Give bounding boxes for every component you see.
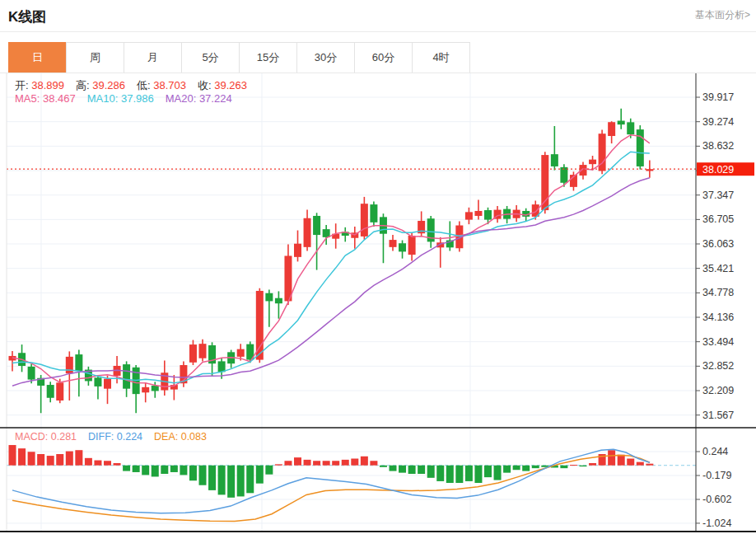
candle-body[interactable] <box>56 382 63 400</box>
macd-bar[interactable] <box>304 460 311 466</box>
macd-bar[interactable] <box>427 466 435 478</box>
macd-bar[interactable] <box>351 459 358 466</box>
candle-body[interactable] <box>28 367 35 380</box>
macd-bar[interactable] <box>66 452 73 466</box>
macd-bar[interactable] <box>142 466 149 475</box>
macd-bar[interactable] <box>361 457 368 466</box>
macd-bar[interactable] <box>455 466 463 483</box>
candle-body[interactable] <box>265 293 273 302</box>
candle-body[interactable] <box>313 216 320 235</box>
candle-body[interactable] <box>66 357 73 373</box>
macd-bar[interactable] <box>608 450 615 466</box>
macd-bar[interactable] <box>570 465 577 466</box>
macd-bar[interactable] <box>256 466 264 484</box>
macd-bar[interactable] <box>114 463 121 466</box>
macd-bar[interactable] <box>370 461 377 465</box>
candle-body[interactable] <box>323 229 330 237</box>
macd-bar[interactable] <box>474 466 482 483</box>
candle-body[interactable] <box>142 387 149 392</box>
macd-bar[interactable] <box>484 466 492 477</box>
candle-body[interactable] <box>75 354 82 371</box>
candle-body[interactable] <box>237 349 245 357</box>
candle-body[interactable] <box>218 361 226 372</box>
macd-bar[interactable] <box>580 466 587 466</box>
macd-bar[interactable] <box>9 445 16 466</box>
macd-bar[interactable] <box>208 466 216 490</box>
macd-bar[interactable] <box>513 466 520 470</box>
macd-bar[interactable] <box>47 456 54 466</box>
macd-bar[interactable] <box>170 466 178 472</box>
macd-bar[interactable] <box>123 466 130 471</box>
macd-bar[interactable] <box>28 452 35 465</box>
macd-bar[interactable] <box>265 466 273 475</box>
macd-bar[interactable] <box>446 466 454 483</box>
candle-body[interactable] <box>304 218 311 247</box>
macd-bar[interactable] <box>18 448 26 466</box>
macd-bar[interactable] <box>133 466 140 472</box>
macd-bar[interactable] <box>189 466 197 481</box>
candle-body[interactable] <box>199 344 207 358</box>
macd-bar[interactable] <box>618 455 625 466</box>
macd-bar[interactable] <box>323 461 330 465</box>
macd-bar[interactable] <box>37 454 44 466</box>
macd-bar[interactable] <box>218 466 226 495</box>
macd-bar[interactable] <box>390 466 397 471</box>
macd-bar[interactable] <box>532 466 539 468</box>
candle-body[interactable] <box>189 344 197 363</box>
candle-body[interactable] <box>256 291 264 360</box>
macd-bar[interactable] <box>408 466 416 474</box>
candle-body[interactable] <box>104 379 111 389</box>
macd-bar[interactable] <box>637 462 644 466</box>
macd-bar[interactable] <box>627 459 634 466</box>
candle-body[interactable] <box>637 129 644 166</box>
candle-body[interactable] <box>275 298 282 303</box>
candle-body[interactable] <box>474 211 482 216</box>
macd-bar[interactable] <box>75 450 82 466</box>
macd-bar[interactable] <box>180 466 187 475</box>
macd-bar[interactable] <box>380 466 387 467</box>
macd-bar[interactable] <box>284 461 292 465</box>
macd-bar[interactable] <box>246 466 254 494</box>
candle-body[interactable] <box>399 243 406 251</box>
candle-body[interactable] <box>608 122 615 136</box>
candle-body[interactable] <box>294 244 301 257</box>
candle-body[interactable] <box>484 210 492 220</box>
macd-bar[interactable] <box>589 463 596 466</box>
candle-body[interactable] <box>47 385 54 398</box>
candle-body[interactable] <box>589 160 596 165</box>
macd-bar[interactable] <box>560 466 567 468</box>
macd-bar[interactable] <box>522 466 530 471</box>
macd-bar[interactable] <box>342 460 349 466</box>
macd-bar[interactable] <box>161 466 168 474</box>
candle-body[interactable] <box>390 240 397 247</box>
candle-body[interactable] <box>627 122 634 134</box>
macd-bar[interactable] <box>503 466 511 473</box>
candle-body[interactable] <box>94 377 101 386</box>
candle-body[interactable] <box>370 204 377 222</box>
macd-bar[interactable] <box>418 466 425 474</box>
macd-bar[interactable] <box>56 454 63 466</box>
macd-bar[interactable] <box>313 461 320 465</box>
candle-body[interactable] <box>618 120 625 124</box>
macd-bar[interactable] <box>436 466 444 481</box>
candle-body[interactable] <box>551 154 558 166</box>
macd-bar[interactable] <box>94 461 101 466</box>
macd-bar[interactable] <box>104 461 111 465</box>
candle-body[interactable] <box>123 364 130 389</box>
macd-bar[interactable] <box>494 466 502 480</box>
macd-bar[interactable] <box>85 458 92 466</box>
macd-bar[interactable] <box>227 466 235 498</box>
macd-bar[interactable] <box>465 466 473 481</box>
candle-body[interactable] <box>465 212 473 219</box>
macd-bar[interactable] <box>275 464 282 465</box>
macd-bar[interactable] <box>399 466 406 473</box>
candle-body[interactable] <box>408 236 416 255</box>
macd-bar[interactable] <box>332 461 339 465</box>
candle-body[interactable] <box>361 204 368 237</box>
macd-bar[interactable] <box>152 466 159 477</box>
macd-bar[interactable] <box>199 466 207 485</box>
macd-bar[interactable] <box>294 457 301 466</box>
candle-body[interactable] <box>152 386 159 391</box>
macd-bar[interactable] <box>237 466 245 497</box>
macd-bar[interactable] <box>646 464 653 466</box>
